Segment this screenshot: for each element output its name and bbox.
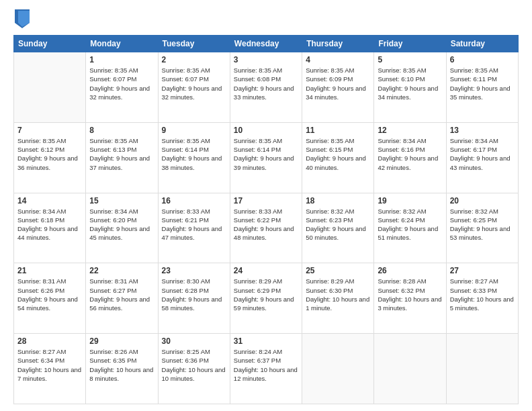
calendar-table: SundayMondayTuesdayWednesdayThursdayFrid… [13,35,519,404]
day-number: 20 [450,196,515,205]
day-number: 26 [378,266,442,275]
day-number: 31 [234,336,298,346]
day-info: Sunrise: 8:24 AMSunset: 6:37 PMDaylight:… [234,347,298,383]
day-number: 5 [378,55,442,64]
day-number: 21 [17,266,82,275]
calendar-cell [14,52,86,123]
calendar-cell: 7Sunrise: 8:35 AMSunset: 6:12 PMDaylight… [14,122,86,193]
weekday-header-sunday: Sunday [14,36,86,52]
day-number: 8 [89,126,154,135]
day-info: Sunrise: 8:26 AMSunset: 6:35 PMDaylight:… [89,347,154,383]
calendar-cell: 11Sunrise: 8:35 AMSunset: 6:15 PMDayligh… [302,122,374,193]
logo [13,11,30,28]
calendar-cell [302,334,374,404]
day-number: 18 [306,196,370,205]
day-number: 2 [162,55,226,64]
calendar-cell: 8Sunrise: 8:35 AMSunset: 6:13 PMDaylight… [86,122,158,193]
calendar-cell: 22Sunrise: 8:31 AMSunset: 6:27 PMDayligh… [86,263,158,334]
week-row-3: 21Sunrise: 8:31 AMSunset: 6:26 PMDayligh… [14,263,519,334]
day-info: Sunrise: 8:32 AMSunset: 6:25 PMDaylight:… [450,207,515,242]
day-info: Sunrise: 8:31 AMSunset: 6:26 PMDaylight:… [17,277,82,312]
week-row-0: 1Sunrise: 8:35 AMSunset: 6:07 PMDaylight… [14,52,519,123]
day-number: 24 [234,266,298,275]
day-number: 22 [89,266,154,275]
day-number: 6 [450,55,515,64]
day-number: 3 [234,55,298,64]
day-info: Sunrise: 8:35 AMSunset: 6:12 PMDaylight:… [17,136,82,172]
day-info: Sunrise: 8:32 AMSunset: 6:24 PMDaylight:… [378,207,442,242]
calendar-cell: 5Sunrise: 8:35 AMSunset: 6:10 PMDaylight… [374,52,446,123]
calendar-cell [446,334,518,404]
day-number: 7 [17,126,82,135]
calendar-cell: 31Sunrise: 8:24 AMSunset: 6:37 PMDayligh… [230,334,302,404]
calendar-cell: 9Sunrise: 8:35 AMSunset: 6:14 PMDaylight… [158,122,230,193]
day-info: Sunrise: 8:35 AMSunset: 6:14 PMDaylight:… [234,136,298,172]
calendar-page: SundayMondayTuesdayWednesdayThursdayFrid… [0,0,532,411]
calendar-cell: 10Sunrise: 8:35 AMSunset: 6:14 PMDayligh… [230,122,302,193]
calendar-cell: 27Sunrise: 8:27 AMSunset: 6:33 PMDayligh… [446,263,518,334]
svg-marker-1 [18,11,30,27]
day-number: 28 [17,336,82,346]
calendar-cell: 28Sunrise: 8:27 AMSunset: 6:34 PMDayligh… [14,334,86,404]
calendar-cell: 6Sunrise: 8:35 AMSunset: 6:11 PMDaylight… [446,52,518,123]
calendar-cell: 16Sunrise: 8:33 AMSunset: 6:21 PMDayligh… [158,193,230,263]
day-number: 14 [17,196,82,205]
day-info: Sunrise: 8:34 AMSunset: 6:18 PMDaylight:… [17,207,82,242]
day-info: Sunrise: 8:35 AMSunset: 6:07 PMDaylight:… [89,66,154,101]
calendar-cell: 3Sunrise: 8:35 AMSunset: 6:08 PMDaylight… [230,52,302,123]
day-info: Sunrise: 8:32 AMSunset: 6:23 PMDaylight:… [306,207,370,242]
day-info: Sunrise: 8:28 AMSunset: 6:32 PMDaylight:… [378,277,442,312]
day-info: Sunrise: 8:33 AMSunset: 6:22 PMDaylight:… [234,207,298,242]
week-row-4: 28Sunrise: 8:27 AMSunset: 6:34 PMDayligh… [14,334,519,404]
weekday-header-friday: Friday [374,36,446,52]
calendar-cell: 20Sunrise: 8:32 AMSunset: 6:25 PMDayligh… [446,193,518,263]
calendar-cell: 25Sunrise: 8:29 AMSunset: 6:30 PMDayligh… [302,263,374,334]
day-number: 25 [306,266,370,275]
calendar-cell: 15Sunrise: 8:34 AMSunset: 6:20 PMDayligh… [86,193,158,263]
day-number: 27 [450,266,515,275]
day-info: Sunrise: 8:33 AMSunset: 6:21 PMDaylight:… [162,207,226,242]
day-number: 1 [89,55,154,64]
day-number: 15 [89,196,154,205]
calendar-cell: 24Sunrise: 8:29 AMSunset: 6:29 PMDayligh… [230,263,302,334]
logo-icon [15,9,30,28]
calendar-cell: 12Sunrise: 8:34 AMSunset: 6:16 PMDayligh… [374,122,446,193]
calendar-cell: 18Sunrise: 8:32 AMSunset: 6:23 PMDayligh… [302,193,374,263]
day-number: 30 [162,336,226,346]
day-info: Sunrise: 8:35 AMSunset: 6:10 PMDaylight:… [378,66,442,101]
week-row-1: 7Sunrise: 8:35 AMSunset: 6:12 PMDaylight… [14,122,519,193]
header [13,11,519,28]
day-number: 11 [306,126,370,135]
weekday-header-tuesday: Tuesday [158,36,230,52]
calendar-cell: 4Sunrise: 8:35 AMSunset: 6:09 PMDaylight… [302,52,374,123]
calendar-cell: 13Sunrise: 8:34 AMSunset: 6:17 PMDayligh… [446,122,518,193]
day-info: Sunrise: 8:35 AMSunset: 6:14 PMDaylight:… [162,136,226,172]
week-row-2: 14Sunrise: 8:34 AMSunset: 6:18 PMDayligh… [14,193,519,263]
day-info: Sunrise: 8:27 AMSunset: 6:34 PMDaylight:… [17,347,82,383]
day-info: Sunrise: 8:35 AMSunset: 6:13 PMDaylight:… [89,136,154,172]
calendar-cell: 19Sunrise: 8:32 AMSunset: 6:24 PMDayligh… [374,193,446,263]
day-info: Sunrise: 8:29 AMSunset: 6:30 PMDaylight:… [306,277,370,312]
calendar-cell: 30Sunrise: 8:25 AMSunset: 6:36 PMDayligh… [158,334,230,404]
day-info: Sunrise: 8:35 AMSunset: 6:07 PMDaylight:… [162,66,226,101]
day-number: 17 [234,196,298,205]
day-number: 23 [162,266,226,275]
day-info: Sunrise: 8:27 AMSunset: 6:33 PMDaylight:… [450,277,515,312]
calendar-cell: 2Sunrise: 8:35 AMSunset: 6:07 PMDaylight… [158,52,230,123]
weekday-header-saturday: Saturday [446,36,518,52]
calendar-cell: 1Sunrise: 8:35 AMSunset: 6:07 PMDaylight… [86,52,158,123]
calendar-cell: 14Sunrise: 8:34 AMSunset: 6:18 PMDayligh… [14,193,86,263]
weekday-header-monday: Monday [86,36,158,52]
day-info: Sunrise: 8:29 AMSunset: 6:29 PMDaylight:… [234,277,298,312]
weekday-header-thursday: Thursday [302,36,374,52]
day-info: Sunrise: 8:30 AMSunset: 6:28 PMDaylight:… [162,277,226,312]
day-number: 16 [162,196,226,205]
day-info: Sunrise: 8:34 AMSunset: 6:17 PMDaylight:… [450,136,515,172]
day-info: Sunrise: 8:31 AMSunset: 6:27 PMDaylight:… [89,277,154,312]
calendar-body: 1Sunrise: 8:35 AMSunset: 6:07 PMDaylight… [14,52,519,404]
weekday-header-wednesday: Wednesday [230,36,302,52]
day-info: Sunrise: 8:35 AMSunset: 6:11 PMDaylight:… [450,66,515,101]
day-info: Sunrise: 8:34 AMSunset: 6:20 PMDaylight:… [89,207,154,242]
calendar-cell: 26Sunrise: 8:28 AMSunset: 6:32 PMDayligh… [374,263,446,334]
day-number: 4 [306,55,370,64]
